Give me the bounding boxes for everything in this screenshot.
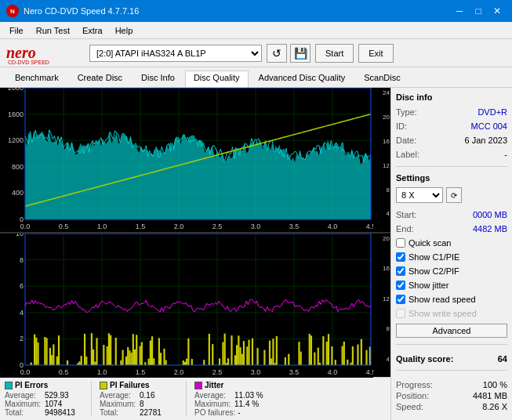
menu-file[interactable]: File bbox=[3, 24, 30, 37]
stat-jitter: Jitter Average: 11.03 % Maximum: 11.4 % … bbox=[194, 381, 273, 417]
svg-text:CD-DVD SPEED: CD-DVD SPEED bbox=[8, 60, 49, 64]
quality-score-row: Quality score: 64 bbox=[396, 354, 507, 364]
menu-run-test[interactable]: Run Test bbox=[30, 24, 76, 37]
progress-row: Progress: 100 % bbox=[396, 380, 507, 389]
bottom-chart: 20 16 12 8 4 bbox=[0, 233, 390, 378]
pi-errors-color bbox=[5, 382, 13, 389]
top-chart: 24 20 16 12 8 4 bbox=[0, 88, 390, 233]
bottom-chart-canvas bbox=[0, 234, 373, 378]
exit-button[interactable]: Exit bbox=[358, 44, 393, 63]
titlebar-title: Nero CD-DVD Speed 4.7.7.16 bbox=[24, 6, 139, 16]
quick-scan-checkbox[interactable] bbox=[396, 238, 405, 248]
svg-text:nero: nero bbox=[6, 44, 36, 61]
speed-row: Speed: 8.26 X bbox=[396, 402, 507, 411]
right-panel: Disc info Type: DVD+R ID: MCC 004 Date: … bbox=[390, 88, 512, 420]
tab-advanced-disc-quality[interactable]: Advanced Disc Quality bbox=[250, 71, 354, 87]
menubar: File Run Test Extra Help bbox=[0, 22, 512, 39]
menu-help[interactable]: Help bbox=[109, 24, 140, 37]
charts-container: 24 20 16 12 8 4 20 16 12 8 4 bbox=[0, 88, 390, 377]
advanced-button[interactable]: Advanced bbox=[396, 324, 507, 338]
speed-icon-button[interactable]: ⟳ bbox=[446, 187, 462, 203]
disc-label-row: Label: - bbox=[396, 149, 507, 160]
start-button[interactable]: Start bbox=[315, 44, 354, 63]
titlebar-buttons: ─ □ ✕ bbox=[451, 4, 506, 18]
tab-create-disc[interactable]: Create Disc bbox=[69, 71, 131, 87]
settings-title: Settings bbox=[396, 173, 507, 183]
tabs: Benchmark Create Disc Disc Info Disc Qua… bbox=[0, 67, 512, 88]
drive-select[interactable]: [2:0] ATAPI iHAS324 A BL1P bbox=[89, 45, 262, 62]
show-jitter-row[interactable]: Show jitter bbox=[396, 280, 507, 291]
start-mb-row: Start: 0000 MB bbox=[396, 209, 507, 220]
show-write-speed-checkbox bbox=[396, 309, 405, 318]
titlebar: N Nero CD-DVD Speed 4.7.7.16 ─ □ ✕ bbox=[0, 0, 512, 22]
show-c1pie-checkbox[interactable] bbox=[396, 252, 405, 262]
disc-id-row: ID: MCC 004 bbox=[396, 121, 507, 132]
disc-type-row: Type: DVD+R bbox=[396, 107, 507, 118]
disc-date-row: Date: 6 Jan 2023 bbox=[396, 135, 507, 146]
maximize-button[interactable]: □ bbox=[470, 4, 487, 18]
app-icon: N bbox=[6, 5, 19, 17]
close-button[interactable]: ✕ bbox=[488, 4, 506, 18]
progress-section: Progress: 100 % Position: 4481 MB Speed:… bbox=[396, 380, 507, 411]
toolbar: nero CD-DVD SPEED [2:0] ATAPI iHAS324 A … bbox=[0, 39, 512, 67]
show-read-speed-checkbox[interactable] bbox=[396, 295, 405, 304]
tab-disc-info[interactable]: Disc Info bbox=[133, 71, 183, 87]
show-c2pif-checkbox[interactable] bbox=[396, 266, 405, 276]
stat-pi-errors: PI Errors Average: 529.93 Maximum: 1074 … bbox=[5, 381, 83, 417]
bottom-chart-y-right: 20 16 12 8 4 bbox=[373, 234, 390, 365]
quick-scan-row[interactable]: Quick scan bbox=[396, 237, 507, 248]
bottom-stats: PI Errors Average: 529.93 Maximum: 1074 … bbox=[0, 377, 390, 420]
disc-info-title: Disc info bbox=[396, 92, 507, 102]
minimize-button[interactable]: ─ bbox=[451, 4, 468, 18]
nero-logo-svg: nero CD-DVD SPEED bbox=[6, 42, 85, 64]
tab-benchmark[interactable]: Benchmark bbox=[6, 71, 67, 87]
show-jitter-checkbox[interactable] bbox=[396, 281, 405, 290]
jitter-color bbox=[194, 382, 202, 389]
divider-2 bbox=[186, 381, 187, 417]
end-mb-row: End: 4482 MB bbox=[396, 223, 507, 234]
main-content: 24 20 16 12 8 4 20 16 12 8 4 bbox=[0, 88, 512, 420]
show-read-speed-row[interactable]: Show read speed bbox=[396, 294, 507, 305]
position-row: Position: 4481 MB bbox=[396, 391, 507, 400]
show-c1pie-row[interactable]: Show C1/PIE bbox=[396, 252, 507, 262]
chart-section: 24 20 16 12 8 4 20 16 12 8 4 bbox=[0, 88, 390, 420]
stat-pi-failures: PI Failures Average: 0.16 Maximum: 8 Tot… bbox=[100, 381, 178, 417]
speed-setting-row: 8 X ⟳ bbox=[396, 187, 507, 203]
top-chart-y-right: 24 20 16 12 8 4 bbox=[373, 88, 390, 219]
pi-failures-color bbox=[100, 382, 107, 389]
speed-dropdown[interactable]: 8 X bbox=[396, 187, 443, 203]
show-c2pif-row[interactable]: Show C2/PIF bbox=[396, 266, 507, 277]
titlebar-left: N Nero CD-DVD Speed 4.7.7.16 bbox=[6, 5, 139, 17]
tab-disc-quality[interactable]: Disc Quality bbox=[185, 71, 249, 87]
toolbar-icons: ↺ 💾 bbox=[267, 44, 310, 63]
refresh-icon-button[interactable]: ↺ bbox=[267, 44, 287, 63]
save-icon-button[interactable]: 💾 bbox=[290, 44, 310, 63]
nero-logo: nero CD-DVD SPEED bbox=[6, 42, 85, 64]
menu-extra[interactable]: Extra bbox=[76, 24, 109, 37]
divider-1 bbox=[91, 381, 92, 417]
top-chart-canvas bbox=[0, 88, 373, 232]
show-write-speed-row: Show write speed bbox=[396, 308, 507, 319]
tab-scandisc[interactable]: ScanDisc bbox=[355, 71, 409, 87]
